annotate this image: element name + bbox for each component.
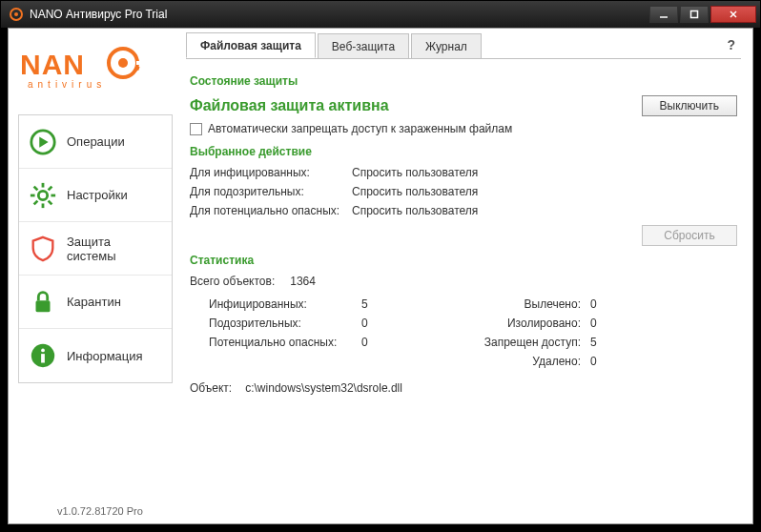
action-infected-label: Для инфицированных: — [190, 166, 352, 179]
stats-total-value: 1364 — [290, 275, 316, 288]
section-selected-action: Выбранное действие — [190, 145, 737, 158]
disable-button[interactable]: Выключить — [642, 95, 737, 116]
nav-label: Защита системы — [67, 235, 162, 263]
svg-line-22 — [34, 200, 38, 204]
svg-point-14 — [38, 191, 47, 199]
titlebar: NANO Антивирус Pro Trial — [1, 1, 760, 28]
nav-item-operations[interactable]: Операции — [19, 115, 172, 169]
svg-line-20 — [49, 200, 52, 204]
object-value: c:\windows\system32\dsrole.dll — [245, 381, 402, 395]
nav: Операции Настройки Защита системы Карант… — [18, 114, 173, 383]
help-button[interactable]: ? — [721, 37, 741, 52]
maximize-button[interactable] — [680, 6, 709, 23]
nav-label: Настройки — [67, 188, 128, 202]
section-protection-state: Состояние защиты — [190, 74, 737, 88]
shield-icon — [29, 235, 57, 263]
stats-pua-value: 0 — [361, 336, 400, 349]
play-icon — [29, 128, 57, 156]
object-label: Объект: — [190, 381, 232, 395]
svg-rect-23 — [36, 300, 51, 312]
stats-cured-label: Вылечено: — [400, 297, 590, 311]
nav-item-quarantine[interactable]: Карантин — [19, 276, 172, 329]
stats-pua-label: Потенциально опасных: — [209, 336, 361, 349]
stats-deleted-value: 0 — [590, 355, 628, 368]
close-button[interactable] — [710, 6, 756, 23]
info-icon — [29, 341, 57, 370]
svg-rect-9 — [136, 61, 140, 65]
section-stats: Статистика — [190, 254, 737, 267]
nav-item-info[interactable]: Информация — [19, 329, 172, 382]
tab-log[interactable]: Журнал — [411, 33, 482, 58]
action-suspicious-value: Спросить пользователя — [352, 185, 737, 198]
svg-text:antivirus: antivirus — [28, 79, 106, 90]
nav-label: Информация — [67, 349, 143, 363]
svg-rect-3 — [691, 11, 698, 18]
svg-marker-13 — [39, 136, 48, 147]
app-icon — [9, 7, 24, 22]
stats-isolated-value: 0 — [590, 317, 628, 330]
nav-item-protection[interactable]: Защита системы — [19, 222, 172, 276]
svg-point-25 — [41, 349, 45, 353]
sidebar: NAN antivirus — [9, 29, 178, 523]
svg-text:NAN: NAN — [20, 49, 85, 80]
window-title: NANO Антивирус Pro Trial — [30, 8, 649, 21]
svg-rect-26 — [41, 354, 45, 362]
stats-cured-value: 0 — [590, 297, 628, 311]
version-label: v1.0.72.81720 Pro — [57, 505, 143, 517]
svg-line-19 — [34, 186, 38, 190]
content: Файловая защита Веб-защита Журнал ? Сост… — [178, 29, 752, 523]
action-pua-label: Для потенциально опасных: — [190, 204, 352, 217]
action-suspicious-label: Для подозрительных: — [190, 185, 352, 198]
stats-suspicious-label: Подозрительных: — [209, 317, 361, 330]
tab-web-protection[interactable]: Веб-защита — [318, 33, 409, 58]
stats-blocked-label: Запрещен доступ: — [400, 336, 590, 349]
tab-file-protection[interactable]: Файловая защита — [186, 32, 316, 58]
svg-point-1 — [14, 12, 18, 16]
reset-button[interactable]: Сбросить — [642, 225, 737, 246]
logo: NAN antivirus — [20, 46, 173, 99]
auto-block-checkbox[interactable] — [190, 123, 202, 135]
action-infected-value: Спросить пользователя — [352, 166, 737, 179]
minimize-button[interactable] — [649, 6, 678, 23]
stats-suspicious-value: 0 — [361, 317, 400, 330]
stats-isolated-label: Изолировано: — [400, 317, 590, 330]
stats-blocked-value: 5 — [590, 336, 628, 349]
gear-icon — [29, 181, 57, 210]
svg-line-21 — [49, 186, 52, 190]
nav-label: Карантин — [67, 295, 121, 309]
nav-label: Операции — [67, 134, 125, 149]
tabs: Файловая защита Веб-защита Журнал ? — [186, 31, 741, 59]
stats-infected-value: 5 — [361, 297, 400, 311]
auto-block-label: Автоматически запрещать доступ к заражен… — [208, 122, 512, 135]
action-pua-value: Спросить пользователя — [352, 204, 737, 217]
lock-icon — [29, 288, 57, 317]
svg-point-8 — [118, 58, 128, 68]
nav-item-settings[interactable]: Настройки — [19, 169, 172, 222]
stats-deleted-label: Удалено: — [400, 355, 590, 368]
stats-infected-label: Инфицированных: — [209, 297, 361, 311]
protection-status: Файловая защита активна — [190, 97, 389, 114]
stats-total-label: Всего объектов: — [190, 275, 275, 288]
